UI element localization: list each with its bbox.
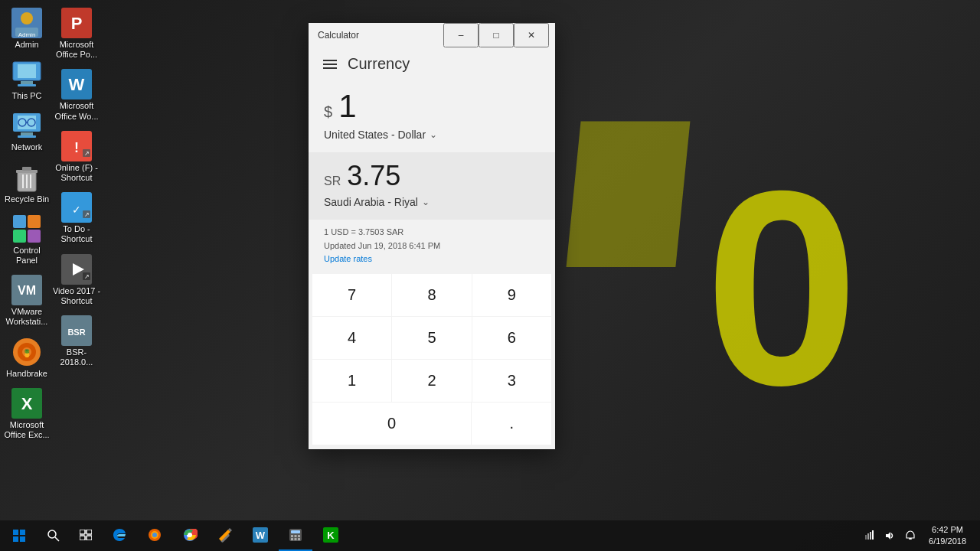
- from-amount-row: $ 1: [324, 88, 540, 125]
- desktop-wallpaper: 0: [559, 61, 865, 444]
- icon-this-pc[interactable]: This PC: [0, 55, 54, 105]
- numpad: 7 8 9 4 5 6 1 2 3 0 .: [309, 270, 555, 449]
- svg-rect-78: [298, 535, 300, 537]
- svg-rect-62: [87, 536, 92, 540]
- icon-control-panel[interactable]: Control Panel: [0, 210, 54, 269]
- numpad-row-2: 4 5 6: [312, 317, 551, 359]
- icon-office-po[interactable]: P Microsoft Office Po...: [50, 4, 103, 64]
- svg-text:BSR: BSR: [67, 328, 85, 337]
- button-3[interactable]: 3: [472, 360, 551, 402]
- desktop: 0 Admin Admin: [0, 0, 980, 551]
- from-currency-selector[interactable]: United States - Dollar ⌄: [324, 125, 540, 148]
- systray-notifications[interactable]: [902, 530, 919, 541]
- video-2017-icon: ↗: [61, 254, 92, 285]
- taskbar: W K: [0, 520, 980, 551]
- svg-text:W: W: [69, 75, 85, 94]
- button-7[interactable]: 7: [312, 274, 391, 316]
- icon-todo[interactable]: ✓ ↗ To Do - Shortcut: [50, 188, 103, 248]
- icon-online-f[interactable]: ! ↗ Online (F) - Shortcut: [50, 127, 103, 187]
- taskbar-pen[interactable]: [208, 520, 242, 551]
- systray-clock[interactable]: 6:42 PM 6/19/2018: [923, 524, 972, 548]
- desktop-icons-col1: Admin Admin This PC: [0, 4, 54, 444]
- taskbar-edge[interactable]: [103, 520, 136, 551]
- vmware-icon: VM: [11, 275, 42, 305]
- from-chevron-icon: ⌄: [430, 129, 437, 140]
- taskbar-firefox[interactable]: [138, 520, 172, 551]
- svg-rect-25: [13, 230, 26, 243]
- svg-rect-75: [291, 530, 300, 533]
- svg-rect-24: [28, 215, 41, 228]
- hamburger-line-3: [323, 67, 337, 69]
- icon-vmware[interactable]: VM VMware Workstati...: [0, 271, 54, 331]
- button-4[interactable]: 4: [312, 317, 391, 359]
- button-5[interactable]: 5: [392, 317, 471, 359]
- handbrake-icon: 🍍: [11, 337, 42, 367]
- svg-text:W: W: [256, 530, 266, 541]
- button-0[interactable]: 0: [312, 403, 471, 445]
- taskbar-word[interactable]: W: [243, 520, 277, 551]
- minimize-button[interactable]: –: [443, 23, 479, 47]
- svg-rect-15: [21, 132, 33, 135]
- icon-recycle-bin[interactable]: Recycle Bin: [0, 158, 54, 208]
- close-button[interactable]: ✕: [514, 23, 549, 47]
- icon-handbrake[interactable]: 🍍 Handbrake: [0, 333, 54, 383]
- svg-rect-79: [291, 538, 293, 540]
- svg-rect-76: [291, 535, 293, 537]
- button-1[interactable]: 1: [312, 360, 391, 402]
- icon-network[interactable]: Network: [0, 106, 54, 156]
- systray-network[interactable]: [861, 530, 877, 541]
- taskbar-chrome[interactable]: [173, 520, 207, 551]
- numpad-row-3: 1 2 3: [312, 360, 551, 402]
- icon-admin[interactable]: Admin Admin: [0, 4, 54, 54]
- svg-text:✓: ✓: [72, 204, 81, 216]
- systray-volume[interactable]: [881, 530, 898, 541]
- taskbar-kaspersky[interactable]: K: [314, 520, 348, 551]
- button-decimal[interactable]: .: [472, 403, 551, 445]
- svg-marker-88: [886, 532, 890, 540]
- svg-rect-23: [13, 215, 26, 228]
- hamburger-line-2: [323, 64, 337, 65]
- svg-rect-19: [22, 167, 31, 171]
- to-currency-name: Saudi Arabia - Riyal: [324, 196, 418, 208]
- excel-label: Microsoft Office Exc...: [2, 420, 51, 440]
- start-button[interactable]: [0, 520, 38, 551]
- button-9[interactable]: 9: [472, 274, 551, 316]
- video-2017-label: Video 2017 - Shortcut: [52, 286, 101, 306]
- online-f-label: Online (F) - Shortcut: [52, 163, 101, 183]
- update-rates-link[interactable]: Update rates: [324, 254, 372, 263]
- button-2[interactable]: 2: [392, 360, 471, 402]
- taskbar-calculator[interactable]: [279, 520, 312, 551]
- svg-rect-77: [295, 535, 297, 537]
- svg-text:🍍: 🍍: [22, 348, 32, 358]
- maximize-button[interactable]: □: [479, 23, 514, 47]
- search-button[interactable]: [38, 520, 69, 551]
- taskbar-task-view[interactable]: [69, 520, 103, 551]
- icon-excel[interactable]: X Microsoft Office Exc...: [0, 384, 54, 444]
- svg-text:↗: ↗: [84, 211, 90, 218]
- office-po-label: Microsoft Office Po...: [52, 40, 101, 60]
- icon-bsr[interactable]: BSR BSR-2018.0...: [50, 311, 103, 371]
- this-pc-icon: [11, 59, 42, 90]
- admin-icon: Admin: [11, 8, 42, 38]
- svg-rect-54: [20, 530, 25, 535]
- button-6[interactable]: 6: [472, 317, 551, 359]
- this-pc-label: This PC: [11, 91, 41, 101]
- rate-info-section: 1 USD = 3.7503 SAR Updated Jun 19, 2018 …: [309, 220, 555, 270]
- svg-marker-0: [567, 122, 691, 267]
- admin-label: Admin: [15, 40, 38, 50]
- to-currency-selector[interactable]: Saudi Arabia - Riyal ⌄: [324, 192, 540, 216]
- button-8[interactable]: 8: [392, 274, 471, 316]
- to-currency-amount: 3.75: [347, 160, 400, 192]
- numpad-row-1: 7 8 9: [312, 274, 551, 316]
- excel-icon: X: [11, 388, 42, 419]
- numpad-row-4: 0 .: [312, 403, 551, 445]
- taskbar-apps: W K: [103, 520, 861, 551]
- icon-video-2017[interactable]: ↗ Video 2017 - Shortcut: [50, 250, 103, 310]
- svg-rect-16: [18, 135, 36, 138]
- svg-rect-80: [295, 538, 297, 540]
- svg-text:P: P: [71, 14, 83, 33]
- vmware-label: VMware Workstati...: [2, 307, 51, 327]
- taskbar-systray: 6:42 PM 6/19/2018: [861, 524, 980, 548]
- icon-office-wo[interactable]: W Microsoft Office Wo...: [50, 65, 103, 125]
- hamburger-button[interactable]: [320, 57, 340, 72]
